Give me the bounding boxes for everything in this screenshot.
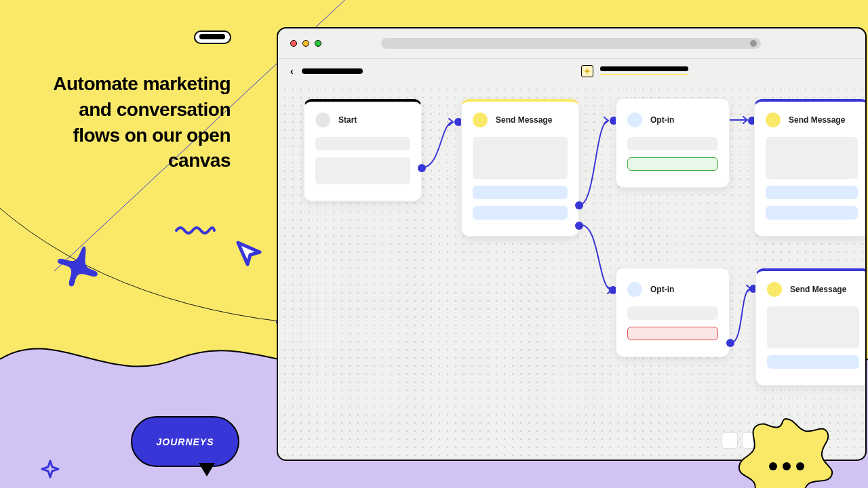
toolbar: ‹: [278, 58, 865, 83]
journeys-bubble: JOURNEYS: [131, 416, 239, 467]
card-dot-icon: [766, 113, 781, 127]
window-close-icon[interactable]: [290, 40, 297, 47]
card-dot-icon: [315, 113, 330, 127]
block: [766, 206, 858, 220]
cursor-icon: [234, 239, 265, 270]
node-port[interactable]: [575, 201, 583, 209]
block: [627, 306, 718, 320]
plus-shape: [54, 243, 102, 290]
node-port[interactable]: [865, 202, 867, 210]
card-title: Send Message: [789, 115, 845, 125]
canvas[interactable]: Start Send Message: [278, 83, 865, 461]
chat-burst-icon: [735, 415, 837, 488]
block: [627, 137, 718, 150]
block: [627, 157, 718, 171]
window-minimize-icon[interactable]: [302, 40, 309, 47]
squiggle-decoration: [175, 224, 216, 235]
app-window: ‹ Start: [277, 27, 867, 461]
card-send-message-2[interactable]: Send Message: [754, 99, 867, 237]
block: [473, 137, 568, 179]
card-title: Opt-in: [650, 115, 674, 125]
card-title: Opt-in: [650, 285, 674, 294]
card-dot-icon: [473, 113, 488, 127]
card-optin-1[interactable]: Opt-in: [616, 99, 730, 188]
pill-decoration: [194, 30, 231, 44]
block: [473, 206, 568, 220]
block: [627, 327, 718, 340]
card-start[interactable]: Start: [304, 99, 422, 201]
mini-plus-decoration: [41, 460, 60, 479]
card-title: Send Message: [496, 115, 552, 125]
block: [767, 306, 859, 348]
card-dot-icon: [627, 282, 642, 297]
card-title: Send Message: [790, 285, 846, 294]
svg-point-4: [796, 462, 804, 470]
breadcrumb-placeholder: [302, 68, 363, 74]
main-headline: Automate marketing and conversation flow…: [47, 71, 231, 174]
back-arrow-icon[interactable]: ‹: [290, 66, 294, 77]
address-bar[interactable]: [381, 38, 761, 49]
node-port[interactable]: [726, 339, 734, 347]
block: [766, 137, 858, 179]
tab-underline: [600, 74, 688, 75]
titlebar: [278, 28, 865, 58]
block: [766, 186, 858, 199]
card-dot-icon: [627, 113, 642, 127]
tab-label-placeholder: [600, 66, 688, 71]
block: [473, 186, 568, 199]
tab-icon[interactable]: [581, 65, 593, 77]
block: [315, 137, 410, 150]
card-title: Start: [338, 115, 357, 125]
svg-point-3: [783, 462, 791, 470]
node-port[interactable]: [865, 222, 867, 230]
card-send-message-1[interactable]: Send Message: [461, 99, 579, 237]
svg-point-2: [769, 462, 777, 470]
card-dot-icon: [767, 282, 782, 297]
card-optin-2[interactable]: Opt-in: [616, 268, 730, 357]
node-port[interactable]: [418, 164, 426, 172]
window-maximize-icon[interactable]: [315, 40, 321, 47]
card-send-message-3[interactable]: Send Message: [755, 268, 867, 386]
bubble-label: JOURNEYS: [156, 436, 214, 447]
block: [315, 157, 410, 184]
node-port[interactable]: [575, 222, 583, 230]
block: [767, 355, 859, 369]
